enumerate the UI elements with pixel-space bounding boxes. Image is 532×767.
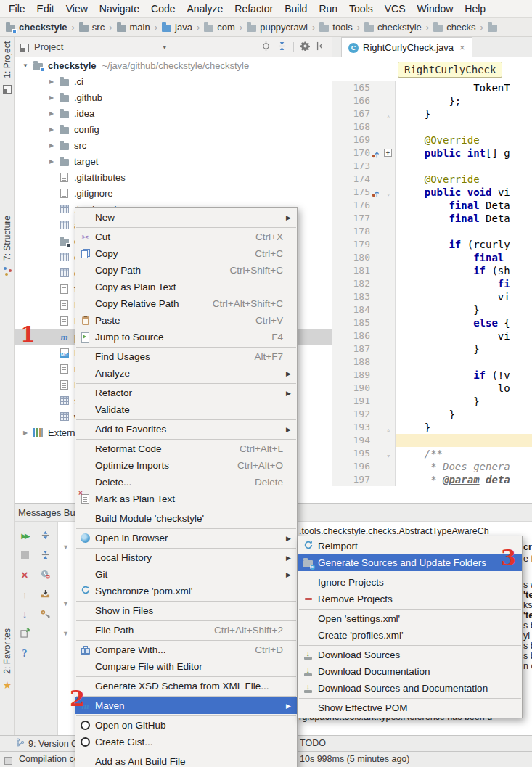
context-menu-item-git[interactable]: Git▶ [75,566,297,583]
stripe-button-structure[interactable]: 7: Structure [0,216,15,276]
export-button[interactable] [17,626,33,642]
maven-submenu-item-remove-projects[interactable]: Remove Projects [298,591,522,607]
menubar-item-analyze[interactable]: Analyze [181,0,229,17]
maven-submenu-item-download-sources[interactable]: Download Sources [298,647,522,663]
stripe-button-favorites[interactable]: 2: Favorites ★ [0,628,15,690]
context-menu-item-paste[interactable]: PasteCtrl+V [75,312,297,329]
hide-warnings-button[interactable] [37,567,53,583]
maven-submenu-item-create-profiles-xml[interactable]: Create 'profiles.xml' [298,627,522,644]
breadcrumb-item-src[interactable]: src [79,22,105,33]
context-menu-item-delete[interactable]: Delete...Delete [75,474,297,491]
context-menu-item-compare-with[interactable]: Compare With...Ctrl+D [75,641,297,658]
settings-wrench-button[interactable] [37,607,53,623]
breadcrumb-item-com[interactable]: com [204,22,235,33]
tree-row-gitignore[interactable]: .gitignore [15,185,332,201]
breadcrumb-item-main[interactable]: main [117,22,150,33]
stripe-button-project[interactable]: 1: Project [0,41,15,94]
up-button[interactable]: ↑ [17,587,33,603]
hide-panel-button[interactable] [316,41,326,53]
menubar-item-file[interactable]: File [3,0,31,17]
maven-submenu-item-ignore-projects[interactable]: Ignore Projects [298,574,522,591]
tree-row-ci[interactable]: ▶.ci [15,73,332,89]
context-menu-item-refactor[interactable]: Refactor▶ [75,385,297,401]
context-menu-item-analyze[interactable]: Analyze▶ [75,365,297,382]
menubar-item-view[interactable]: View [60,0,94,17]
tab-close-icon[interactable]: × [459,42,465,53]
tree-row-src[interactable]: ▶src [15,137,332,153]
context-menu-item-reformat-code[interactable]: Reformat CodeCtrl+Alt+L [75,440,297,457]
menubar-item-build[interactable]: Build [279,0,313,17]
menubar-item-navigate[interactable]: Navigate [94,0,145,17]
menubar-item-help[interactable]: Help [459,0,491,17]
code-area[interactable]: 165 TokenT166 };167▵ }168169 @Override17… [332,81,532,503]
context-menu-item-synchronize-pom-xml[interactable]: Synchronize 'pom.xml' [75,583,297,599]
maven-submenu-item-reimport[interactable]: Reimport [298,538,522,554]
tree-node-arrow-icon[interactable]: ▼ [62,600,69,607]
settings-button[interactable] [300,41,310,53]
export-tray-button[interactable] [37,587,53,603]
toolwindow-button-todo[interactable]: TODO [300,736,326,751]
menubar-item-window[interactable]: Window [412,0,459,17]
context-menu-item-generate-xsd-schema-from-xml-file[interactable]: Generate XSD Schema from XML File... [75,678,297,694]
context-menu-item-compare-file-with-editor[interactable]: Compare File with Editor [75,658,297,675]
context-menu-item-show-in-files[interactable]: Show in Files [75,602,297,619]
tree-row-checkstyle[interactable]: ▼checkstyle~/java/github/checkstyle/chec… [15,57,332,73]
view-dropdown-icon[interactable]: ▾ [163,44,166,51]
context-menu-item-open-on-github[interactable]: Open on GitHub [75,717,297,734]
tree-row-gitattributes[interactable]: .gitattributes [15,169,332,185]
breadcrumb-item-checkstyle[interactable]: checkstyle [6,22,67,33]
collapse-all-button[interactable] [37,548,53,564]
maven-submenu-item-download-sources-and-documentation[interactable]: Download Sources and Documentation [298,680,522,697]
context-menu-item-find-usages[interactable]: Find UsagesAlt+F7 [75,348,297,365]
maven-submenu-item-open-settings-xml[interactable]: Open 'settings.xml' [298,610,522,627]
context-menu-item-open-in-browser[interactable]: Open in Browser▶ [75,530,297,546]
fold-expand-icon[interactable]: + [384,149,392,157]
context-menu-item-add-as-ant-build-file[interactable]: Add as Ant Build File [75,753,297,767]
context-menu-item-copy-as-plain-text[interactable]: Copy as Plain Text [75,279,297,295]
context-menu-item-optimize-imports[interactable]: Optimize ImportsCtrl+Alt+O [75,457,297,474]
context-menu-item-build-module-checkstyle[interactable]: Build Module 'checkstyle' [75,510,297,527]
tree-node-arrow-icon[interactable]: ▼ [62,544,69,551]
tree-row-idea[interactable]: ▶.idea [15,105,332,121]
maven-submenu-item-download-documentation[interactable]: Download Documentation [298,663,522,680]
collapse-all-button[interactable] [277,41,287,53]
context-menu-item-jump-to-source[interactable]: Jump to SourceF4 [75,329,297,345]
context-menu-item-local-history[interactable]: Local History▶ [75,549,297,566]
context-menu-item-copy-path[interactable]: Copy PathCtrl+Shift+C [75,262,297,279]
context-menu-item-create-gist[interactable]: Create Gist... [75,734,297,750]
context-menu-item-new[interactable]: New▶ [75,209,297,226]
breadcrumb-item-java[interactable]: java [162,22,192,33]
locate-button[interactable] [261,41,271,53]
menubar-item-run[interactable]: Run [313,0,343,17]
close-button[interactable]: × [17,567,33,583]
context-menu-item-file-path[interactable]: File PathCtrl+Alt+Shift+2 [75,622,297,639]
stop-button[interactable] [17,548,33,564]
help-button[interactable]: ? [17,646,33,662]
tree-node-arrow-icon[interactable]: ▼ [62,630,69,637]
down-button[interactable]: ↓ [17,607,33,623]
context-menu-item-validate[interactable]: Validate [75,401,297,418]
maven-submenu-item-show-effective-pom[interactable]: Show Effective POM [298,700,522,716]
rerun-button[interactable]: ▶▶ [17,528,33,544]
breadcrumb-item-checks[interactable]: checks [433,22,475,33]
context-menu-item-cut[interactable]: ✂CutCtrl+X [75,229,297,245]
menubar-item-code[interactable]: Code [145,0,181,17]
tree-row-github[interactable]: ▶.github [15,89,332,105]
context-menu-item-mark-as-plain-text[interactable]: Mark as Plain Text [75,491,297,507]
context-menu-item-copy[interactable]: CopyCtrl+C [75,245,297,262]
breadcrumb-item-checkstyle[interactable]: checkstyle [364,22,422,33]
menubar-item-edit[interactable]: Edit [31,0,60,17]
tree-row-config[interactable]: ▶config [15,121,332,137]
breadcrumb-item-tools[interactable]: tools [319,22,352,33]
maven-submenu-item-generate-sources-and-update-folders[interactable]: Generate Sources and Update Folders [298,554,522,571]
menubar-item-refactor[interactable]: Refactor [229,0,279,17]
quick-access-button[interactable] [4,755,12,766]
tab-rightcurlycheck-java[interactable]: C RightCurlyCheck.java × [341,37,472,57]
context-menu-item-copy-relative-path[interactable]: Copy Relative PathCtrl+Alt+Shift+C [75,295,297,312]
menubar-item-tools[interactable]: Tools [343,0,379,17]
breadcrumb-item-puppycrawl[interactable]: puppycrawl [247,22,308,33]
context-menu-item-add-to-favorites[interactable]: Add to Favorites▶ [75,421,297,438]
expand-all-button[interactable] [37,528,53,544]
context-menu-item-maven[interactable]: mMaven▶ [75,697,297,714]
tree-row-target[interactable]: ▶target [15,153,332,169]
